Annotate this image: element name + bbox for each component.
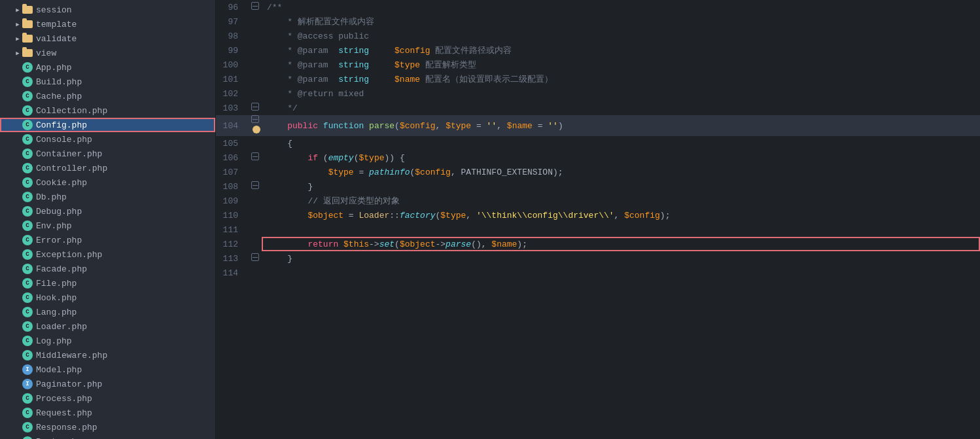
line-number: 96 bbox=[216, 0, 249, 14]
line-number: 100 bbox=[216, 58, 249, 72]
fold-icon[interactable] bbox=[251, 2, 259, 10]
expand-arrow: ▶ bbox=[13, 63, 22, 72]
class-icon: C bbox=[22, 422, 33, 432]
code-editor: 96/**97 * 解析配置文件或内容98 * @access public99… bbox=[216, 0, 980, 439]
code-content: * @return mixed bbox=[262, 86, 980, 101]
expand-arrow: ▶ bbox=[13, 207, 22, 216]
file-label: Collection.php bbox=[36, 106, 107, 116]
code-content: // 返回对应类型的对象 bbox=[262, 194, 980, 208]
file-label: Lang.php bbox=[36, 307, 77, 317]
line-number: 112 bbox=[216, 237, 249, 251]
expand-arrow: ▶ bbox=[13, 20, 22, 29]
code-content: /** bbox=[262, 0, 980, 14]
gutter-cell bbox=[249, 86, 262, 101]
sidebar-item-session-folder[interactable]: ▶session bbox=[0, 3, 215, 17]
code-line-100: 100 * @param string $type 配置解析类型 bbox=[216, 58, 980, 72]
sidebar-item-Request.php[interactable]: ▶CRequest.php bbox=[0, 406, 215, 420]
fold-icon[interactable] bbox=[251, 103, 259, 111]
code-content: if (empty($type)) { bbox=[262, 150, 980, 165]
sidebar-item-Collection.php[interactable]: ▶CCollection.php bbox=[0, 103, 215, 118]
class-icon: C bbox=[22, 192, 33, 202]
sidebar-item-Exception.php[interactable]: ▶CException.php bbox=[0, 247, 215, 262]
class-icon: C bbox=[22, 393, 33, 404]
gutter-cell bbox=[249, 266, 262, 280]
code-content: * @param string $name 配置名（如设置即表示二级配置） bbox=[262, 72, 980, 86]
expand-arrow: ▶ bbox=[13, 178, 22, 187]
class-icon: C bbox=[22, 249, 33, 260]
sidebar-item-Db.php[interactable]: ▶CDb.php bbox=[0, 190, 215, 204]
sidebar-item-Paginator.php[interactable]: ▶IPaginator.php bbox=[0, 377, 215, 391]
sidebar-item-Lang.php[interactable]: ▶CLang.php bbox=[0, 305, 215, 319]
sidebar-item-template-folder[interactable]: ▶template bbox=[0, 17, 215, 31]
file-label: App.php bbox=[36, 63, 72, 73]
class-icon: C bbox=[22, 278, 33, 289]
interface-icon: I bbox=[22, 379, 33, 389]
line-number: 104 bbox=[216, 115, 249, 136]
expand-arrow: ▶ bbox=[13, 192, 22, 202]
file-label: Env.php bbox=[36, 221, 72, 231]
sidebar-item-view-folder[interactable]: ▶view bbox=[0, 46, 215, 60]
interface-icon: I bbox=[22, 364, 33, 375]
sidebar-item-Response.php[interactable]: ▶CResponse.php bbox=[0, 420, 215, 434]
gutter-cell bbox=[249, 208, 262, 222]
sidebar-item-Facade.php[interactable]: ▶CFacade.php bbox=[0, 262, 215, 276]
class-icon: C bbox=[22, 235, 33, 245]
folder-icon bbox=[22, 20, 33, 28]
file-label: Console.php bbox=[36, 135, 92, 145]
file-label: Loader.php bbox=[36, 322, 87, 332]
expand-arrow: ▶ bbox=[13, 164, 22, 173]
line-number: 111 bbox=[216, 222, 249, 237]
code-content: } bbox=[262, 251, 980, 266]
fold-icon[interactable] bbox=[251, 115, 259, 123]
class-icon: C bbox=[22, 105, 33, 116]
sidebar-item-Cache.php[interactable]: ▶CCache.php bbox=[0, 89, 215, 103]
sidebar-item-Process.php[interactable]: ▶CProcess.php bbox=[0, 391, 215, 406]
fold-icon[interactable] bbox=[251, 152, 259, 160]
sidebar-item-Middleware.php[interactable]: ▶CMiddleware.php bbox=[0, 348, 215, 362]
code-content: * 解析配置文件或内容 bbox=[262, 14, 980, 29]
sidebar-item-Model.php[interactable]: ▶IModel.php bbox=[0, 362, 215, 377]
sidebar-item-Container.php[interactable]: ▶CContainer.php bbox=[0, 147, 215, 161]
sidebar-item-Error.php[interactable]: ▶CError.php bbox=[0, 233, 215, 247]
code-content: */ bbox=[262, 101, 980, 115]
sidebar-item-Build.php[interactable]: ▶CBuild.php bbox=[0, 75, 215, 89]
sidebar-item-App.php[interactable]: ▶CApp.php bbox=[0, 60, 215, 75]
sidebar-item-Loader.php[interactable]: ▶CLoader.php bbox=[0, 319, 215, 334]
expand-arrow: ▶ bbox=[13, 351, 22, 360]
sidebar-item-Cookie.php[interactable]: ▶CCookie.php bbox=[0, 175, 215, 190]
code-line-108: 108 } bbox=[216, 179, 980, 194]
code-line-99: 99 * @param string $config 配置文件路径或内容 bbox=[216, 43, 980, 58]
sidebar-item-Env.php[interactable]: ▶CEnv.php bbox=[0, 219, 215, 233]
line-number: 97 bbox=[216, 14, 249, 29]
class-icon: C bbox=[22, 163, 33, 173]
code-line-106: 106 if (empty($type)) { bbox=[216, 150, 980, 165]
sidebar-item-Controller.php[interactable]: ▶CController.php bbox=[0, 161, 215, 175]
expand-arrow: ▶ bbox=[13, 322, 22, 331]
fold-icon[interactable] bbox=[251, 253, 259, 261]
sidebar-item-Route.php[interactable]: ▶CRoute.php bbox=[0, 434, 215, 439]
sidebar-item-Debug.php[interactable]: ▶CDebug.php bbox=[0, 204, 215, 219]
folder-icon bbox=[22, 6, 33, 14]
file-tree: ▶session▶template▶validate▶view▶CApp.php… bbox=[0, 0, 216, 439]
fold-icon[interactable] bbox=[251, 181, 259, 189]
gutter-cell bbox=[249, 0, 262, 14]
sidebar-item-Console.php[interactable]: ▶CConsole.php bbox=[0, 132, 215, 147]
sidebar-item-Log.php[interactable]: ▶CLog.php bbox=[0, 334, 215, 348]
sidebar-item-Config.php[interactable]: ▶CConfig.php bbox=[0, 118, 215, 132]
class-icon: C bbox=[22, 77, 33, 87]
class-icon: C bbox=[22, 264, 33, 274]
file-label: Debug.php bbox=[36, 207, 82, 217]
lightbulb-icon[interactable] bbox=[253, 126, 260, 133]
expand-arrow: ▶ bbox=[13, 279, 22, 288]
sidebar-item-File.php[interactable]: ▶CFile.php bbox=[0, 276, 215, 290]
file-label: Exception.php bbox=[36, 250, 102, 260]
code-line-97: 97 * 解析配置文件或内容 bbox=[216, 14, 980, 29]
line-number: 102 bbox=[216, 86, 249, 101]
code-line-111: 111 bbox=[216, 222, 980, 237]
code-content bbox=[262, 222, 980, 237]
file-label: Response.php bbox=[36, 423, 97, 432]
expand-arrow: ▶ bbox=[13, 264, 22, 273]
sidebar-item-Hook.php[interactable]: ▶CHook.php bbox=[0, 290, 215, 305]
sidebar-item-validate-folder[interactable]: ▶validate bbox=[0, 31, 215, 46]
class-icon: C bbox=[22, 134, 33, 145]
